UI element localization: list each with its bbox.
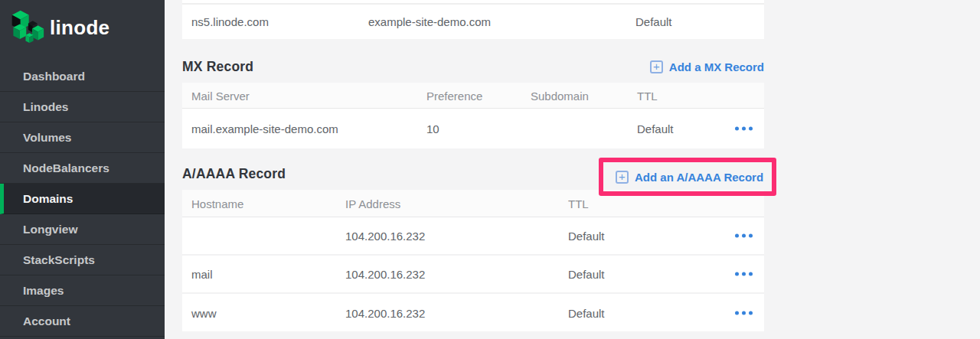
sidebar-item-label: NodeBalancers: [23, 161, 109, 174]
sidebar-item-label: Linodes: [23, 100, 68, 113]
row-actions-button[interactable]: [733, 269, 754, 279]
a-col-ttl: TTL: [568, 197, 589, 210]
a-table: Hostname IP Address TTL 104.200.16.232 D…: [182, 190, 764, 331]
add-mx-record-label: Add a MX Record: [669, 60, 764, 73]
mx-col-mail-server: Mail Server: [191, 89, 250, 102]
ellipsis-icon: [735, 272, 739, 276]
linode-logo[interactable]: linode: [11, 8, 109, 47]
sidebar-item-label: Volumes: [23, 131, 71, 144]
mx-ttl-cell: Default: [637, 122, 674, 135]
sidebar-item-label: Longview: [23, 223, 77, 236]
mx-table: Mail Server Preference Subdomain TTL mai…: [182, 83, 764, 148]
a-ttl-cell: Default: [568, 268, 605, 281]
sidebar-item-label: Account: [23, 315, 70, 328]
plus-square-icon: [650, 60, 663, 73]
sidebar-item-longview[interactable]: Longview: [0, 214, 165, 245]
mx-section-header: MX Record Add a MX Record: [182, 54, 764, 80]
a-col-hostname: Hostname: [191, 197, 243, 210]
sidebar-item-linodes[interactable]: Linodes: [0, 92, 165, 122]
row-divider: [182, 3, 764, 5]
mx-col-preference: Preference: [426, 89, 482, 102]
sidebar-item-dashboard[interactable]: Dashboard: [0, 61, 165, 92]
sidebar-item-stackscripts[interactable]: StackScripts: [0, 245, 165, 275]
row-actions-button[interactable]: [733, 231, 754, 241]
ns-record-row: ns5.linode.com example-site-demo.com Def…: [182, 0, 764, 39]
add-a-record-label: Add an A/AAAA Record: [635, 171, 763, 184]
add-mx-record-button[interactable]: Add a MX Record: [650, 60, 764, 73]
sidebar-item-nodebalancers[interactable]: NodeBalancers: [0, 153, 165, 184]
ellipsis-icon: [749, 272, 753, 276]
ns-name-server-cell: ns5.linode.com: [191, 15, 269, 28]
sidebar-item-label: Images: [23, 284, 64, 297]
linode-logo-icon: [11, 8, 44, 47]
a-record-row: mail 104.200.16.232 Default: [182, 256, 764, 294]
ellipsis-icon: [735, 234, 739, 238]
a-hostname-cell: www: [191, 306, 217, 319]
a-record-row: www 104.200.16.232 Default: [182, 294, 764, 331]
sidebar-item-label: StackScripts: [23, 253, 95, 266]
ellipsis-icon: [749, 127, 753, 131]
sidebar-item-images[interactable]: Images: [0, 275, 165, 306]
add-a-record-wrap: Add an A/AAAA Record: [603, 162, 772, 191]
row-actions-button[interactable]: [733, 124, 754, 134]
brand-name: linode: [50, 16, 109, 40]
a-col-ip: IP Address: [345, 197, 400, 210]
mx-col-subdomain: Subdomain: [531, 89, 589, 102]
ellipsis-icon: [735, 127, 739, 131]
sidebar-nav: Dashboard Linodes Volumes NodeBalancers …: [0, 61, 165, 337]
sidebar-item-label: Dashboard: [23, 70, 85, 83]
ellipsis-icon: [749, 311, 753, 315]
ellipsis-icon: [742, 127, 746, 131]
a-ttl-cell: Default: [568, 306, 605, 319]
mx-col-ttl: TTL: [637, 89, 658, 102]
ellipsis-icon: [749, 234, 753, 238]
a-record-row: 104.200.16.232 Default: [182, 217, 764, 256]
plus-square-icon: [616, 171, 629, 184]
mx-mail-server-cell: mail.example-site-demo.com: [191, 122, 338, 135]
a-ttl-cell: Default: [568, 230, 605, 243]
ellipsis-icon: [735, 311, 739, 315]
sidebar-item-label: Domains: [23, 192, 73, 205]
sidebar-item-domains[interactable]: Domains: [0, 184, 165, 214]
ellipsis-icon: [742, 272, 746, 276]
a-ip-cell: 104.200.16.232: [345, 306, 425, 319]
ns-subdomain-cell: example-site-demo.com: [368, 15, 491, 28]
mx-record-heading: MX Record: [182, 59, 253, 75]
mx-preference-cell: 10: [426, 122, 439, 135]
a-ip-cell: 104.200.16.232: [345, 268, 425, 281]
page: linode Dashboard Linodes Volumes NodeBal…: [0, 0, 980, 339]
ellipsis-icon: [742, 311, 746, 315]
sidebar-item-account[interactable]: Account: [0, 306, 165, 337]
sidebar: linode Dashboard Linodes Volumes NodeBal…: [0, 0, 165, 339]
mx-record-row: mail.example-site-demo.com 10 Default: [182, 109, 764, 148]
a-ip-cell: 104.200.16.232: [345, 230, 425, 243]
mx-table-header: Mail Server Preference Subdomain TTL: [182, 83, 764, 109]
a-record-heading: A/AAAA Record: [182, 166, 286, 182]
ns-ttl-cell: Default: [635, 15, 672, 28]
add-a-record-button[interactable]: Add an A/AAAA Record: [616, 171, 763, 184]
a-table-header: Hostname IP Address TTL: [182, 190, 764, 217]
a-hostname-cell: mail: [191, 268, 213, 281]
row-actions-button[interactable]: [733, 308, 754, 318]
sidebar-item-volumes[interactable]: Volumes: [0, 122, 165, 153]
ellipsis-icon: [742, 234, 746, 238]
